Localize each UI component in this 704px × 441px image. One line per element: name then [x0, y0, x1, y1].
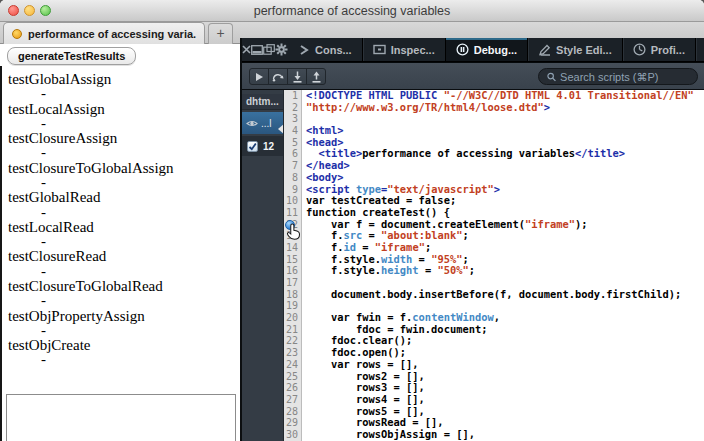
profiler-icon: [633, 43, 646, 56]
test-result-placeholder: -: [8, 146, 233, 160]
source-group-label[interactable]: dhtm...: [242, 94, 283, 110]
devtools-close-icon[interactable]: [242, 38, 251, 61]
line-number[interactable]: 26: [284, 382, 301, 394]
test-result-placeholder: -: [8, 294, 233, 308]
console-icon: [298, 44, 310, 56]
line-number[interactable]: 1: [284, 90, 301, 102]
devtools-tabbar: Cons...Inspec...Debug...Style Edi...Prof…: [242, 38, 704, 62]
devtools-tab-label: Profi...: [651, 44, 685, 56]
step-over-button[interactable]: [268, 68, 288, 85]
line-number[interactable]: 2: [284, 102, 301, 114]
devtools-tab-inspector[interactable]: Inspec...: [363, 38, 446, 61]
devtools-tab-label: Style Edi...: [556, 44, 612, 56]
test-result-placeholder: -: [8, 265, 233, 279]
line-number[interactable]: 5: [284, 137, 301, 149]
test-result-placeholder: -: [8, 206, 233, 220]
results-iframe: [6, 394, 236, 441]
line-number[interactable]: 6: [284, 148, 301, 160]
line-number[interactable]: 21: [284, 324, 301, 336]
code-line: <html>: [302, 125, 704, 137]
browser-tab[interactable]: performance of accessing varia...: [3, 22, 205, 44]
line-number[interactable]: 9: [284, 184, 301, 196]
dock-to-bottom-icon[interactable]: [251, 38, 263, 61]
line-number[interactable]: 10: [284, 195, 301, 207]
test-result-placeholder: -: [8, 87, 233, 101]
page-content: generateTestResults testGlobalAssign-tes…: [0, 44, 240, 441]
line-number[interactable]: 18: [284, 289, 301, 301]
source-editor: 1234567891011121314151617181920212223242…: [284, 90, 704, 441]
line-number[interactable]: 23: [284, 347, 301, 359]
inspector-icon: [373, 44, 386, 55]
line-number[interactable]: 25: [284, 371, 301, 383]
code-line: document.body.insertBefore(f, document.b…: [302, 289, 704, 301]
test-result-placeholder: -: [8, 235, 233, 249]
line-number[interactable]: 15: [284, 254, 301, 266]
debugger-icon: [456, 43, 469, 56]
test-result-placeholder: -: [8, 353, 233, 367]
devtools-tab-debugger[interactable]: Debug...: [446, 38, 528, 61]
devtools-tab-network[interactable]: Netw...: [696, 38, 704, 61]
line-number[interactable]: 17: [284, 277, 301, 289]
debugger-toolbar: [242, 62, 704, 90]
table-left-border: [0, 66, 2, 441]
sources-pane: dhtm... ...l 12: [242, 90, 284, 441]
breakpoint-line-number: 12: [263, 141, 274, 152]
favicon-icon: [12, 29, 22, 39]
line-number[interactable]: 20: [284, 312, 301, 324]
devtools-tab-label: Debug...: [474, 44, 517, 56]
step-into-button[interactable]: [287, 68, 307, 85]
line-number[interactable]: 24: [284, 359, 301, 371]
line-number[interactable]: 14: [284, 242, 301, 254]
line-number[interactable]: 29: [284, 417, 301, 429]
devtools-tab-label: Inspec...: [391, 44, 435, 56]
window-title: performance of accessing variables: [0, 4, 704, 18]
undock-window-icon[interactable]: [263, 38, 275, 61]
titlebar: performance of accessing variables: [0, 0, 704, 22]
style-editor-icon: [538, 44, 551, 56]
devtools-tab-profiler[interactable]: Profi...: [623, 38, 696, 61]
code-line: f.style.height = "50%";: [302, 265, 704, 277]
line-number[interactable]: 27: [284, 394, 301, 406]
browser-window: performance of accessing variables perfo…: [0, 0, 704, 441]
devtools-panel: Cons...Inspec...Debug...Style Edi...Prof…: [240, 38, 704, 441]
line-number[interactable]: 22: [284, 335, 301, 347]
test-result-placeholder: -: [8, 324, 233, 338]
new-tab-button[interactable]: +: [208, 23, 233, 44]
search-scripts-input[interactable]: [560, 71, 689, 83]
line-number[interactable]: 19: [284, 300, 301, 312]
line-number[interactable]: 28: [284, 406, 301, 418]
blackbox-eye-icon[interactable]: [246, 119, 258, 128]
code-view[interactable]: <!DOCTYPE HTML PUBLIC "-//W3C//DTD HTML …: [302, 90, 704, 441]
tab-title: performance of accessing varia...: [28, 28, 196, 40]
code-line: <title>performance of accessing variable…: [302, 148, 704, 160]
code-line: [302, 113, 704, 125]
line-number-gutter[interactable]: 1234567891011121314151617181920212223242…: [284, 90, 302, 441]
code-line: </head>: [302, 160, 704, 172]
devtools-tab-console[interactable]: Cons...: [288, 38, 363, 61]
selected-source-label: ...l: [261, 118, 272, 129]
debugger-body: dhtm... ...l 12 123456789101112131415161…: [242, 90, 704, 441]
line-number[interactable]: 3: [284, 113, 301, 125]
breakpoint-list-item[interactable]: 12: [242, 136, 283, 156]
line-number[interactable]: 16: [284, 265, 301, 277]
resume-button[interactable]: [249, 68, 269, 85]
breakpoint-enabled-checkbox[interactable]: [247, 141, 258, 152]
line-number[interactable]: 4: [284, 125, 301, 137]
script-search-box[interactable]: [538, 68, 698, 85]
line-number[interactable]: 30: [284, 429, 301, 441]
line-number[interactable]: 7: [284, 160, 301, 172]
code-line: "http://www.w3.org/TR/html4/loose.dtd">: [302, 102, 704, 114]
line-number[interactable]: 11: [284, 207, 301, 219]
line-number[interactable]: 8: [284, 172, 301, 184]
step-out-button[interactable]: [306, 68, 326, 85]
test-list: testGlobalAssign-testLocalAssign-testClo…: [8, 72, 233, 368]
test-result-placeholder: -: [8, 117, 233, 131]
selected-source-item[interactable]: ...l: [242, 112, 283, 134]
search-icon: [547, 72, 556, 82]
devtools-tab-style-editor[interactable]: Style Edi...: [528, 38, 623, 61]
devtools-settings-gear-icon[interactable]: [275, 38, 288, 61]
hand-cursor-icon: [286, 223, 301, 240]
devtools-tab-label: Cons...: [315, 44, 352, 56]
test-result-placeholder: -: [8, 176, 233, 190]
generate-test-results-button[interactable]: generateTestResults: [7, 47, 136, 65]
